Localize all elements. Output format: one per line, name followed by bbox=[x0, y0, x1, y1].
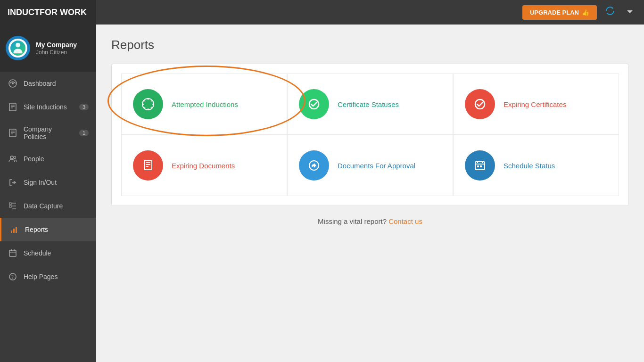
sidebar-item-site-inductions[interactable]: Site Inductions 3 bbox=[0, 95, 96, 119]
sidebar-label-company-policies: Company Policies bbox=[24, 125, 74, 140]
svg-rect-7 bbox=[9, 129, 16, 137]
report-card-certificate-statuses[interactable]: Certificate Statuses bbox=[287, 74, 453, 135]
main-content: Reports Attempted Inductions bbox=[96, 25, 644, 362]
expiring-documents-icon bbox=[133, 150, 163, 181]
svg-rect-44 bbox=[477, 165, 479, 167]
svg-point-12 bbox=[14, 156, 16, 159]
people-icon bbox=[8, 154, 18, 164]
company-policies-badge: 1 bbox=[79, 130, 89, 136]
svg-line-29 bbox=[145, 101, 146, 102]
svg-line-31 bbox=[151, 101, 152, 102]
sidebar-item-company-policies[interactable]: Company Policies 1 bbox=[0, 119, 96, 147]
schedule-icon bbox=[8, 248, 18, 258]
main-topbar: UPGRADE PLAN 👍 bbox=[96, 0, 644, 25]
sidebar-label-help-pages: Help Pages bbox=[24, 273, 58, 280]
expiring-certificates-label: Expiring Certificates bbox=[504, 100, 566, 108]
svg-line-30 bbox=[151, 107, 152, 108]
logo-induct: INDUCT bbox=[8, 8, 40, 17]
main-area: UPGRADE PLAN 👍 Reports Attempted bbox=[96, 0, 644, 362]
report-card-documents-for-approval[interactable]: Documents For Approval bbox=[287, 135, 453, 196]
svg-point-11 bbox=[10, 156, 13, 159]
avatar-icon bbox=[10, 41, 25, 56]
sidebar-label-sign-in-out: Sign In/Out bbox=[24, 179, 57, 186]
sidebar-nav: Dashboard Site Inductions 3 Company Poli… bbox=[0, 72, 96, 288]
svg-rect-16 bbox=[16, 227, 17, 233]
schedule-status-label: Schedule Status bbox=[504, 162, 555, 170]
sidebar-logo-text: INDUCTFOR WORK bbox=[8, 8, 87, 17]
svg-text:?: ? bbox=[11, 274, 14, 280]
expiring-documents-label: Expiring Documents bbox=[172, 162, 235, 170]
svg-rect-17 bbox=[9, 250, 16, 256]
report-card-expiring-documents[interactable]: Expiring Documents bbox=[121, 135, 287, 196]
sidebar-item-sign-in-out[interactable]: Sign In/Out bbox=[0, 171, 96, 194]
svg-marker-23 bbox=[627, 10, 633, 13]
sidebar-logo: INDUCTFOR WORK bbox=[0, 0, 96, 25]
report-card-schedule-status[interactable]: Schedule Status bbox=[453, 135, 619, 196]
avatar bbox=[6, 36, 30, 60]
schedule-status-icon bbox=[465, 150, 495, 181]
sidebar-label-reports: Reports bbox=[25, 226, 48, 233]
documents-for-approval-icon bbox=[299, 150, 329, 181]
upgrade-plan-label: UPGRADE PLAN bbox=[530, 9, 579, 16]
sidebar: INDUCTFOR WORK My Com bbox=[0, 0, 96, 362]
svg-point-2 bbox=[12, 82, 14, 84]
sidebar-label-people: People bbox=[24, 155, 44, 163]
page-title: Reports bbox=[111, 38, 629, 52]
sidebar-label-dashboard: Dashboard bbox=[24, 80, 56, 87]
sidebar-item-reports[interactable]: Reports bbox=[0, 218, 96, 241]
sidebar-label-schedule: Schedule bbox=[24, 249, 51, 257]
svg-rect-15 bbox=[13, 229, 15, 233]
report-card-attempted-inductions[interactable]: Attempted Inductions bbox=[121, 74, 287, 135]
svg-point-24 bbox=[142, 99, 154, 110]
sidebar-user-header[interactable]: My Company John Citizen bbox=[0, 25, 96, 72]
sidebar-label-data-capture: Data Capture bbox=[24, 202, 63, 210]
svg-rect-3 bbox=[9, 103, 16, 111]
upgrade-plan-icon: 👍 bbox=[582, 9, 589, 16]
svg-rect-14 bbox=[11, 230, 12, 233]
sidebar-label-site-inductions: Site Inductions bbox=[24, 103, 67, 111]
reports-grid: Attempted Inductions Certificate Statuse… bbox=[121, 74, 619, 196]
missing-report-text: Missing a vital report? Contact us bbox=[111, 217, 629, 225]
user-name: John Citizen bbox=[36, 49, 77, 56]
documents-for-approval-label: Documents For Approval bbox=[338, 162, 415, 170]
sign-in-out-icon bbox=[8, 177, 18, 188]
sidebar-item-data-capture[interactable]: Data Capture bbox=[0, 194, 96, 218]
sidebar-item-dashboard[interactable]: Dashboard bbox=[0, 72, 96, 95]
svg-rect-45 bbox=[480, 165, 482, 167]
refresh-button[interactable] bbox=[601, 3, 619, 21]
logo-forwork: FOR WORK bbox=[40, 8, 87, 17]
company-policies-icon bbox=[8, 128, 18, 138]
user-info: My Company John Citizen bbox=[36, 41, 77, 56]
avatar-inner bbox=[8, 39, 27, 58]
attempted-inductions-icon bbox=[133, 89, 163, 119]
expiring-certificates-icon bbox=[465, 89, 495, 119]
sidebar-item-help-pages[interactable]: ? Help Pages bbox=[0, 265, 96, 288]
certificate-statuses-icon bbox=[299, 89, 329, 119]
sidebar-item-schedule[interactable]: Schedule bbox=[0, 241, 96, 265]
certificate-statuses-label: Certificate Statuses bbox=[338, 100, 399, 108]
company-name: My Company bbox=[36, 41, 77, 49]
reports-icon bbox=[9, 224, 19, 235]
user-dropdown-button[interactable] bbox=[623, 7, 636, 18]
site-inductions-badge: 3 bbox=[79, 104, 89, 110]
report-card-expiring-certificates[interactable]: Expiring Certificates bbox=[453, 74, 619, 135]
help-icon: ? bbox=[8, 272, 18, 282]
attempted-inductions-label: Attempted Inductions bbox=[172, 100, 238, 108]
svg-line-32 bbox=[145, 107, 146, 108]
sidebar-item-people[interactable]: People bbox=[0, 147, 96, 171]
data-capture-icon bbox=[8, 201, 18, 211]
site-inductions-icon bbox=[8, 102, 18, 112]
reports-grid-container: Attempted Inductions Certificate Statuse… bbox=[111, 64, 629, 206]
svg-rect-35 bbox=[144, 160, 152, 170]
contact-us-link[interactable]: Contact us bbox=[388, 217, 422, 225]
dashboard-icon bbox=[8, 78, 18, 89]
upgrade-plan-button[interactable]: UPGRADE PLAN 👍 bbox=[522, 5, 597, 20]
